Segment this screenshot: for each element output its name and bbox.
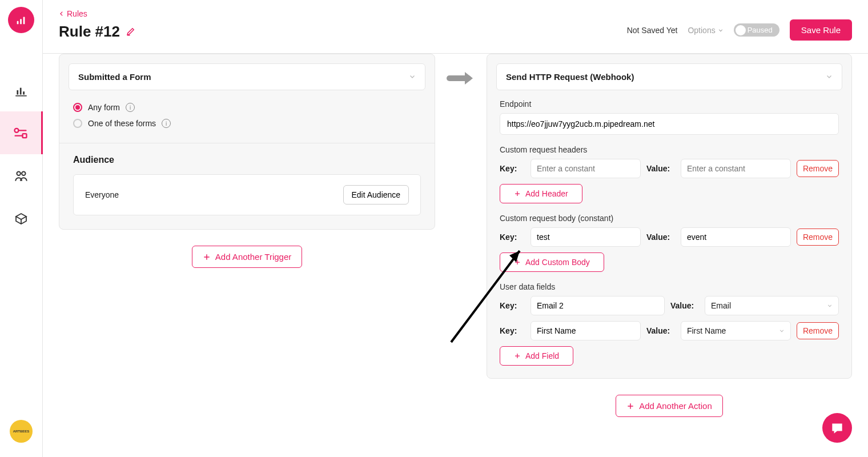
plus-icon xyxy=(203,253,211,261)
trigger-type-select[interactable]: Submitted a Form xyxy=(69,63,425,90)
trigger-card: Submitted a Form Any form i xyxy=(59,54,435,230)
header-value-input[interactable] xyxy=(681,159,791,178)
svg-point-9 xyxy=(17,171,21,175)
add-trigger-button[interactable]: Add Another Trigger xyxy=(192,246,302,268)
audience-value: Everyone xyxy=(85,190,119,199)
chevron-down-icon xyxy=(409,72,416,82)
body-value-input[interactable] xyxy=(681,227,791,247)
nav-automations[interactable] xyxy=(0,111,43,154)
chat-icon xyxy=(830,420,845,435)
action-type-select[interactable]: Send HTTP Request (Webhook) xyxy=(496,63,842,90)
plus-icon xyxy=(626,402,634,410)
audience-box: Everyone Edit Audience xyxy=(73,174,421,215)
options-dropdown[interactable]: Options xyxy=(688,26,723,35)
plus-icon xyxy=(514,190,521,197)
radio-icon xyxy=(73,119,82,128)
remove-field-button[interactable]: Remove xyxy=(797,322,839,339)
field-key-input[interactable] xyxy=(531,296,665,315)
action-card: Send HTTP Request (Webhook) Endpoint Cus… xyxy=(487,54,852,379)
endpoint-label: Endpoint xyxy=(500,99,839,109)
value-label: Value: xyxy=(646,164,675,173)
nav-analytics[interactable] xyxy=(0,69,43,111)
chevron-down-icon xyxy=(827,303,833,308)
remove-header-button[interactable]: Remove xyxy=(797,160,839,177)
flow-arrow xyxy=(435,54,487,446)
info-icon[interactable]: i xyxy=(126,103,135,112)
headers-title: Custom request headers xyxy=(500,145,839,154)
breadcrumb-back[interactable]: Rules xyxy=(59,9,136,18)
page-header: Rules Rule #12 Not Saved Yet Options Pau… xyxy=(43,0,868,54)
svg-rect-4 xyxy=(20,87,22,94)
key-label: Key: xyxy=(500,164,525,173)
radio-one-of-forms[interactable]: One of these forms i xyxy=(73,115,421,131)
body-key-input[interactable] xyxy=(531,227,641,247)
body-title: Custom request body (constant) xyxy=(500,214,839,223)
value-label: Value: xyxy=(670,301,699,310)
key-label: Key: xyxy=(500,301,525,310)
sidebar: ARTBEES xyxy=(0,0,43,457)
key-label: Key: xyxy=(500,326,525,335)
radio-any-form[interactable]: Any form i xyxy=(73,99,421,115)
breadcrumb-label: Rules xyxy=(67,9,87,18)
svg-point-10 xyxy=(22,171,26,175)
chevron-down-icon xyxy=(718,27,724,33)
nav-cube[interactable] xyxy=(0,197,43,240)
value-label: Value: xyxy=(646,232,675,242)
key-label: Key: xyxy=(500,232,525,242)
add-field-button[interactable]: Add Field xyxy=(500,346,573,366)
svg-rect-2 xyxy=(23,17,25,25)
save-button[interactable]: Save Rule xyxy=(790,19,852,41)
edit-title-icon[interactable] xyxy=(126,23,136,41)
svg-rect-5 xyxy=(23,91,25,94)
add-body-button[interactable]: Add Custom Body xyxy=(500,252,604,272)
value-label: Value: xyxy=(646,326,675,335)
audience-heading: Audience xyxy=(73,155,421,165)
header-key-input[interactable] xyxy=(531,159,641,178)
svg-rect-1 xyxy=(20,19,22,24)
chevron-left-icon xyxy=(59,11,65,17)
add-header-button[interactable]: Add Header xyxy=(500,184,582,203)
field-value-select[interactable]: First Name xyxy=(681,321,791,340)
edit-audience-button[interactable]: Edit Audience xyxy=(343,185,409,205)
plus-icon xyxy=(514,352,521,359)
field-key-input[interactable] xyxy=(531,321,641,340)
add-action-button[interactable]: Add Another Action xyxy=(616,395,723,417)
nav-people[interactable] xyxy=(0,154,43,197)
info-icon[interactable]: i xyxy=(162,119,171,128)
plus-icon xyxy=(514,259,521,266)
app-logo xyxy=(8,7,34,33)
chat-widget[interactable] xyxy=(822,413,852,443)
artbees-badge[interactable]: ARTBEES xyxy=(10,420,33,443)
page-title: Rule #12 xyxy=(59,23,120,41)
field-value-select[interactable]: Email xyxy=(705,296,839,315)
svg-rect-3 xyxy=(17,90,18,95)
user-fields-title: User data fields xyxy=(500,282,839,291)
chevron-down-icon xyxy=(779,328,785,334)
remove-body-button[interactable]: Remove xyxy=(797,228,839,246)
save-status: Not Saved Yet xyxy=(627,26,678,35)
endpoint-input[interactable] xyxy=(500,113,839,135)
paused-toggle[interactable]: Paused xyxy=(734,23,779,37)
radio-icon xyxy=(73,103,82,112)
svg-rect-0 xyxy=(17,21,19,25)
chevron-down-icon xyxy=(826,72,833,82)
